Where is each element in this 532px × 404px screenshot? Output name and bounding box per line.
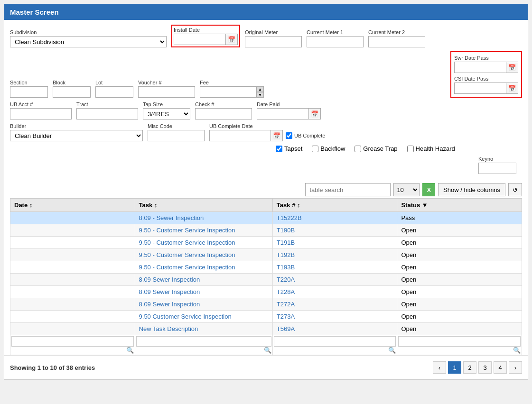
table-row[interactable]: 9.50 - Customer Service InspectionT190BO…: [10, 224, 522, 237]
cell-date: [10, 298, 135, 311]
task-link[interactable]: T191B: [277, 239, 295, 246]
swr-date-pass-input[interactable]: 09/09/2022: [454, 62, 506, 73]
col-header-status[interactable]: Status ▼: [397, 199, 522, 212]
next-page-button[interactable]: ›: [509, 361, 522, 374]
task-link[interactable]: T190B: [277, 227, 295, 234]
showing-range: 1 to 10: [37, 364, 57, 371]
ub-complete-checkbox[interactable]: [286, 132, 292, 139]
swr-date-calendar-icon[interactable]: 📅: [506, 62, 518, 73]
page-1-button[interactable]: 1: [448, 361, 461, 374]
task-link[interactable]: 9.50 - Customer Service Inspection: [139, 264, 235, 271]
table-row[interactable]: 9.50 Customer Service InspectionT273AOpe…: [10, 311, 522, 323]
table-row[interactable]: 9.50 - Customer Service InspectionT192BO…: [10, 249, 522, 261]
task-link[interactable]: 8.09 Sewer Inspection: [139, 288, 200, 295]
task-link[interactable]: 8.09 Sewer Inspection: [139, 301, 200, 308]
ub-acct-input[interactable]: [10, 108, 72, 119]
health-hazard-group: Health Hazard: [407, 145, 455, 152]
table-row[interactable]: 8.09 Sewer InspectionT220AOpen: [10, 274, 522, 286]
date-paid-calendar-icon[interactable]: 📅: [309, 108, 321, 119]
current-meter2-group: Current Meter 2: [368, 29, 425, 47]
builder-label: Builder: [10, 123, 143, 129]
sort-date-icon: ↕: [29, 202, 33, 209]
refresh-button[interactable]: ↺: [508, 183, 522, 196]
table-row[interactable]: 8.09 - Sewer InspectionT15222BPass: [10, 212, 522, 224]
page-size-select[interactable]: 10 25 50 100: [393, 183, 420, 196]
task-link[interactable]: New Task Description: [139, 325, 198, 332]
task-link[interactable]: 8.09 - Sewer Inspection: [139, 214, 204, 221]
cell-task_num: T15222B: [272, 212, 397, 224]
task-link[interactable]: T15222B: [277, 214, 302, 221]
section-input[interactable]: 5: [10, 86, 48, 98]
install-date-input-row: 08/08/2022 📅: [174, 34, 238, 45]
swr-date-pass-label: Swr Date Pass: [454, 55, 518, 61]
filter-task-input[interactable]: [136, 336, 271, 347]
prev-page-button[interactable]: ‹: [433, 361, 446, 374]
task-link[interactable]: T272A: [277, 301, 295, 308]
table-row[interactable]: 8.09 Sewer InspectionT228AOpen: [10, 286, 522, 298]
excel-export-button[interactable]: X: [422, 183, 435, 196]
lot-input[interactable]: 2: [95, 86, 133, 98]
task-link[interactable]: 9.50 - Customer Service Inspection: [139, 251, 235, 258]
col-header-date[interactable]: Date ↕: [10, 199, 135, 212]
cell-status: Open: [397, 274, 522, 286]
install-date-input[interactable]: 08/08/2022: [174, 34, 226, 45]
fee-up-spinner[interactable]: ▲: [256, 86, 264, 92]
csi-date-pass-input[interactable]: 09/09/2022: [454, 83, 506, 94]
fee-input[interactable]: 2,000.00: [200, 86, 257, 98]
task-link[interactable]: T220A: [277, 276, 295, 283]
tapset-checkbox[interactable]: [276, 146, 282, 152]
current-meter1-input[interactable]: [307, 36, 364, 47]
filter-tasknum-input[interactable]: [274, 336, 396, 347]
subdivision-select[interactable]: Clean Subdivision: [10, 36, 167, 47]
current-meter2-input[interactable]: [368, 36, 425, 47]
col-header-task[interactable]: Task ↕: [135, 199, 272, 212]
date-paid-input[interactable]: 11/23/2022: [257, 108, 309, 119]
misc-code-input[interactable]: [148, 130, 205, 141]
health-hazard-checkbox[interactable]: [407, 146, 414, 152]
ub-complete-date-input[interactable]: 11/23/2022: [209, 130, 271, 141]
page-title: Master Screen: [4, 4, 528, 20]
table-row[interactable]: 8.09 Sewer InspectionT272AOpen: [10, 298, 522, 311]
task-link[interactable]: T193B: [277, 264, 295, 271]
tap-size-select[interactable]: 3/4RES: [143, 108, 190, 119]
form-row-3: UB Acct # Tract Tap Size 3/4RES Check # …: [10, 101, 522, 119]
form-row-4: Builder Clean Builder Misc Code UB Compl…: [10, 123, 522, 141]
table-row[interactable]: New Task DescriptionT569AOpen: [10, 323, 522, 335]
keyno-input[interactable]: 92: [478, 163, 516, 174]
task-link[interactable]: 9.50 Customer Service Inspection: [139, 313, 232, 320]
ub-complete-date-calendar-icon[interactable]: 📅: [271, 130, 283, 141]
cell-status: Open: [397, 237, 522, 249]
tract-input[interactable]: [76, 108, 138, 119]
task-link[interactable]: T192B: [277, 251, 295, 258]
page-2-button[interactable]: 2: [463, 361, 476, 374]
col-header-task-num[interactable]: Task # ↕: [272, 199, 397, 212]
table-row[interactable]: 9.50 - Customer Service InspectionT191BO…: [10, 237, 522, 249]
page-4-button[interactable]: 4: [494, 361, 507, 374]
csi-date-calendar-icon[interactable]: 📅: [506, 83, 518, 94]
task-link[interactable]: 9.50 - Customer Service Inspection: [139, 227, 235, 234]
grease-trap-checkbox[interactable]: [355, 146, 361, 152]
install-date-calendar-icon[interactable]: 📅: [226, 34, 238, 45]
table-search-input[interactable]: [305, 183, 391, 196]
filter-date-input[interactable]: [11, 336, 134, 347]
show-hide-columns-button[interactable]: Show / hide columns: [438, 183, 505, 196]
table-header: Date ↕ Task ↕ Task # ↕ Status ▼: [10, 199, 522, 212]
task-link[interactable]: 9.50 - Customer Service Inspection: [139, 239, 235, 246]
fee-down-spinner[interactable]: ▼: [256, 92, 264, 98]
task-link[interactable]: T273A: [277, 313, 295, 320]
check-input[interactable]: [195, 108, 252, 119]
swr-date-pass-group: Swr Date Pass 09/09/2022 📅: [454, 55, 518, 73]
task-link[interactable]: T569A: [277, 325, 295, 332]
backflow-checkbox[interactable]: [312, 146, 318, 152]
page-3-button[interactable]: 3: [478, 361, 492, 374]
task-link[interactable]: 8.09 Sewer Inspection: [139, 276, 200, 283]
block-input[interactable]: 3: [53, 86, 91, 98]
voucher-input[interactable]: VS67233: [138, 86, 195, 98]
original-meter-input[interactable]: 845690: [245, 36, 302, 47]
builder-select[interactable]: Clean Builder: [10, 130, 143, 141]
cell-task_num: T272A: [272, 298, 397, 311]
cell-task_num: T192B: [272, 249, 397, 261]
table-row[interactable]: 9.50 - Customer Service InspectionT193BO…: [10, 261, 522, 274]
task-link[interactable]: T228A: [277, 288, 295, 295]
filter-status-input[interactable]: [398, 336, 521, 347]
